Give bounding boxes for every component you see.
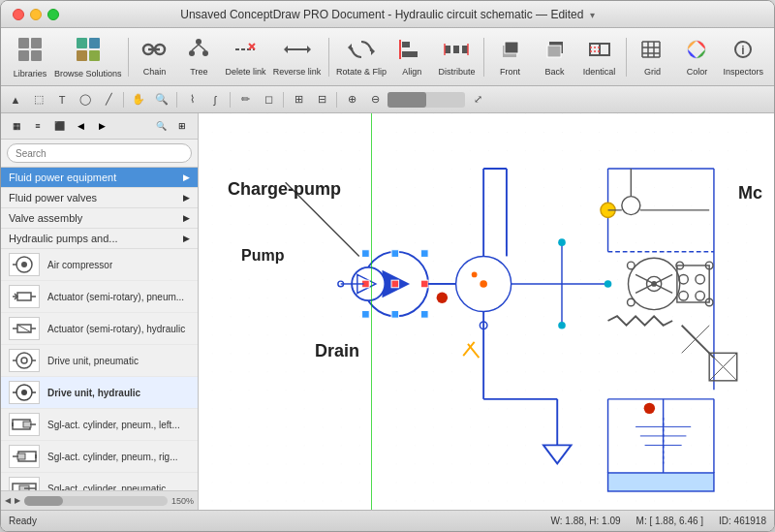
reverse-link-label: Reverse link — [273, 67, 322, 77]
scroll-play-btn[interactable]: ▶ — [15, 496, 20, 505]
app-window: Unsaved ConceptDraw PRO Document - Hydra… — [0, 0, 775, 532]
sidebar-menu-icon[interactable]: ⊞ — [172, 117, 192, 135]
scroll-thumb[interactable] — [24, 496, 63, 506]
tree-label: Tree — [190, 67, 207, 77]
distribute-label: Distribute — [438, 67, 475, 77]
svg-rect-2 — [18, 50, 29, 61]
canvas-area[interactable]: Charge-pump Pump Drain Mc — [199, 113, 774, 510]
list-item[interactable]: Sgl-act. cylinder, pneum., rig... — [1, 441, 198, 473]
zoom-level-display: 150% — [171, 496, 194, 506]
zoom-in[interactable]: ⊕ — [341, 90, 362, 110]
svg-text:i: i — [742, 44, 745, 57]
rotate-flip-button[interactable]: Rotate & Flip — [334, 34, 389, 80]
chain-icon — [140, 38, 168, 65]
category-hydraulic-pumps[interactable]: Hydraulic pumps and... ▶ — [1, 229, 198, 249]
category-hydraulic-pumps-label: Hydraulic pumps and... — [9, 233, 118, 244]
canvas-svg[interactable] — [199, 113, 774, 510]
shape-icon-sgl-act-cyl-pneum-right — [9, 445, 40, 468]
zoom-slider[interactable] — [388, 92, 465, 108]
shape-icon-drive-unit-pneum — [9, 349, 40, 372]
list-item[interactable]: Sgl-act. cylinder, pneum., left... — [1, 409, 198, 441]
list-item[interactable]: Actuator (semi-rotary), pneum... — [1, 281, 198, 313]
sidebar-list-icon[interactable]: ≡ — [28, 117, 47, 135]
identical-button[interactable]: Identical — [578, 34, 621, 80]
align-icon — [398, 38, 425, 65]
eraser-tool[interactable]: ◻ — [258, 90, 279, 110]
sidebar-next-icon[interactable]: ▶ — [92, 117, 111, 135]
svg-rect-103 — [391, 311, 399, 319]
sidebar-search-icon[interactable]: 🔍 — [151, 117, 170, 135]
maximize-button[interactable] — [47, 9, 59, 20]
list-item[interactable]: Air compressor — [1, 249, 198, 281]
color-button[interactable]: Color — [675, 34, 718, 80]
statusbar: Ready W: 1.88, H: 1.09 M: [ 1.88, 6.46 ]… — [1, 510, 774, 531]
pump-label: Pump — [241, 247, 284, 265]
rotate-flip-label: Rotate & Flip — [336, 67, 387, 77]
svg-marker-20 — [284, 46, 288, 53]
tree-button[interactable]: Tree — [177, 34, 220, 80]
grid-button[interactable]: Grid — [631, 34, 673, 80]
zoom-out[interactable]: ⊖ — [364, 90, 386, 110]
connector-tool[interactable]: ⌇ — [181, 90, 202, 110]
browse-solutions-button[interactable]: Browse Solutions — [53, 32, 123, 82]
svg-rect-102 — [362, 311, 370, 319]
shape-list: Air compressor Actuator (semi-rotary), p… — [1, 249, 198, 490]
sidebar-grid-icon[interactable]: ▦ — [7, 117, 26, 135]
scroll-prev-btn[interactable]: ◀ — [5, 496, 11, 505]
list-item[interactable]: Drive unit, pneumatic — [1, 345, 198, 377]
svg-marker-21 — [307, 46, 311, 53]
category-fluid-power[interactable]: Fluid power equipment ▶ — [1, 168, 198, 188]
minimize-button[interactable] — [30, 9, 42, 20]
category-valve-assembly-arrow: ▶ — [183, 213, 190, 223]
close-button[interactable] — [13, 9, 24, 20]
status-dimensions: W: 1.88, H: 1.09 — [551, 516, 621, 526]
ungroup-tool[interactable]: ⊟ — [311, 90, 332, 110]
tb2-sep-1 — [123, 92, 124, 108]
title-chevron-icon[interactable]: ▾ — [590, 10, 595, 20]
hand-tool[interactable]: ✋ — [128, 90, 149, 110]
sidebar-large-icon[interactable]: ⬛ — [49, 117, 69, 135]
group-tool[interactable]: ⊞ — [288, 90, 309, 110]
category-valve-assembly[interactable]: Valve assembly ▶ — [1, 208, 198, 229]
svg-point-147 — [437, 293, 448, 303]
pointer-tool[interactable]: ▲ — [5, 90, 26, 110]
list-item[interactable]: Sgl-act. cylinder, pneumatic — [1, 473, 198, 490]
sidebar-search-input[interactable] — [7, 143, 192, 163]
main-content: ▦ ≡ ⬛ ◀ ▶ 🔍 ⊞ Fluid power equipment ▶ — [1, 113, 774, 510]
align-button[interactable]: Align — [390, 34, 433, 80]
pencil-tool[interactable]: ✏ — [234, 90, 256, 110]
svg-rect-1 — [31, 38, 42, 48]
svg-line-15 — [199, 45, 205, 50]
list-item[interactable]: Actuator (semi-rotary), hydraulic — [1, 313, 198, 345]
svg-rect-100 — [391, 280, 399, 288]
list-item[interactable]: Drive unit, hydraulic — [1, 377, 198, 409]
color-icon — [683, 38, 710, 65]
svg-line-56 — [17, 325, 31, 332]
shape-label-actuator-semi-hyd: Actuator (semi-rotary), hydraulic — [47, 324, 185, 334]
zoom-fit[interactable]: ⤢ — [467, 90, 488, 110]
bezier-tool[interactable]: ∫ — [204, 90, 226, 110]
text-tool[interactable]: T — [51, 90, 73, 110]
shape-label-actuator-semi-pneum: Actuator (semi-rotary), pneum... — [47, 292, 184, 302]
sidebar-search-bar — [1, 140, 198, 168]
category-hydraulic-pumps-arrow: ▶ — [183, 234, 190, 243]
libraries-button[interactable]: Libraries — [9, 32, 51, 82]
reverse-link-button[interactable]: Reverse link — [270, 34, 323, 80]
shape-tool[interactable]: ◯ — [75, 90, 96, 110]
distribute-button[interactable]: Distribute — [435, 34, 479, 80]
front-button[interactable]: Front — [489, 34, 532, 80]
status-id: ID: 461918 — [719, 516, 766, 526]
svg-rect-96 — [362, 250, 370, 258]
category-fluid-valves[interactable]: Fluid power valves ▶ — [1, 188, 198, 208]
delete-link-button[interactable]: Delete link — [222, 34, 268, 80]
chain-button[interactable]: Chain — [133, 34, 175, 80]
traffic-lights — [13, 9, 59, 20]
back-button[interactable]: Back — [534, 34, 576, 80]
zoom-tool[interactable]: 🔍 — [151, 90, 172, 110]
line-tool[interactable]: ╱ — [98, 90, 119, 110]
inspectors-button[interactable]: i Inspectors — [720, 34, 766, 80]
svg-rect-33 — [505, 42, 518, 53]
front-icon — [497, 38, 524, 65]
sidebar-prev-icon[interactable]: ◀ — [71, 117, 90, 135]
select-tool[interactable]: ⬚ — [28, 90, 49, 110]
